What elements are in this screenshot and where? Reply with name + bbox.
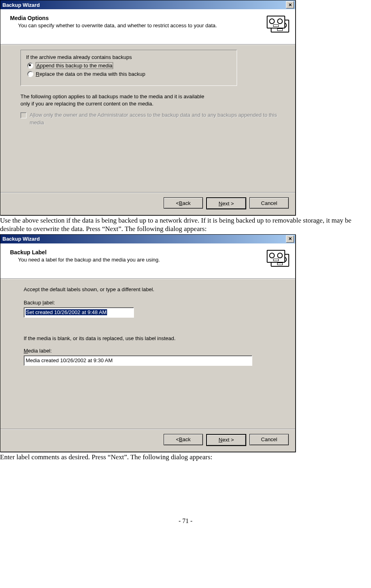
media-label-caption: Media label: xyxy=(24,348,281,354)
close-icon[interactable]: ✕ xyxy=(286,235,294,243)
archive-media-fieldset: If the archive media already contains ba… xyxy=(20,50,237,86)
titlebar[interactable]: Backup Wizard ✕ xyxy=(0,0,295,9)
titlebar[interactable]: Backup Wizard ✕ xyxy=(0,235,295,243)
media-label-input[interactable]: Media created 10/26/2002 at 9:30 AM xyxy=(24,355,252,366)
backup-wizard-media-options-dialog: Backup Wizard ✕ Media Options You can sp… xyxy=(0,0,296,215)
fieldset-legend: If the archive media already contains ba… xyxy=(25,54,133,60)
wizard-step-subtitle: You can specify whether to overwrite dat… xyxy=(10,22,263,29)
wizard-button-bar: < Back Next > Cancel xyxy=(0,429,295,452)
wizard-step-title: Backup Label xyxy=(10,249,263,255)
radio-append-label: Append this backup to the media xyxy=(36,62,113,69)
wizard-step-subtitle: You need a label for the backup and the … xyxy=(10,256,263,264)
media-label-value: Media created 10/26/2002 at 9:30 AM xyxy=(26,357,113,363)
close-icon[interactable]: ✕ xyxy=(286,1,294,8)
wizard-content: Accept the default labels shown, or type… xyxy=(0,279,295,429)
page-number: - 71 - xyxy=(0,517,371,525)
wizard-content: If the archive media already contains ba… xyxy=(0,45,295,192)
checkbox-icon xyxy=(20,112,26,118)
next-button[interactable]: Next > xyxy=(206,197,246,209)
window-title: Backup Wizard xyxy=(2,2,40,8)
wizard-step-title: Media Options xyxy=(10,15,263,21)
tape-media-icon xyxy=(267,249,289,271)
radio-replace[interactable]: Replace the data on the media with this … xyxy=(27,71,230,77)
backup-label-input[interactable]: Set created 10/26/2002 at 9:48 AM xyxy=(24,307,134,318)
radio-append[interactable]: Append this backup to the media xyxy=(27,62,230,69)
ownership-info-text: The following option applies to all back… xyxy=(20,93,205,107)
next-button[interactable]: Next > xyxy=(206,434,246,446)
wizard-header: Backup Label You need a label for the ba… xyxy=(0,243,295,279)
restrict-access-checkbox: Allow only the owner and the Administrat… xyxy=(20,112,281,126)
backup-wizard-backup-label-dialog: Backup Wizard ✕ Backup Label You need a … xyxy=(0,234,296,452)
tape-media-icon xyxy=(267,15,289,37)
radio-icon xyxy=(27,71,33,77)
back-button[interactable]: < Back xyxy=(164,434,203,445)
cancel-button[interactable]: Cancel xyxy=(249,197,289,209)
media-blank-instruction: If the media is blank, or its data is re… xyxy=(24,335,281,341)
instruction-paragraph-1: Use the above selection if the data is b… xyxy=(0,216,371,233)
radio-icon xyxy=(27,63,33,69)
wizard-button-bar: < Back Next > Cancel xyxy=(0,192,295,215)
restrict-access-label: Allow only the owner and the Administrat… xyxy=(30,112,281,126)
accept-labels-instruction: Accept the default labels shown, or type… xyxy=(24,286,281,292)
backup-label-caption: Backup label: xyxy=(24,300,281,306)
instruction-paragraph-2: Enter label comments as desired. Press “… xyxy=(0,453,371,461)
backup-label-value: Set created 10/26/2002 at 9:48 AM xyxy=(26,309,107,315)
back-button[interactable]: < Back xyxy=(164,197,203,209)
window-title: Backup Wizard xyxy=(2,236,40,242)
cancel-button[interactable]: Cancel xyxy=(249,434,289,445)
wizard-header: Media Options You can specify whether to… xyxy=(0,9,295,45)
radio-replace-label: Replace the data on the media with this … xyxy=(36,71,145,77)
